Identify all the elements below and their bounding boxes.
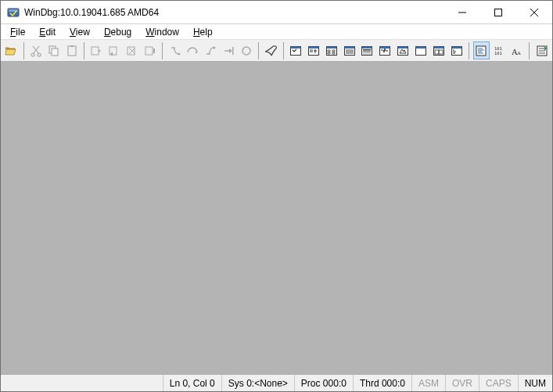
- menu-help[interactable]: Help: [187, 25, 219, 39]
- svg-rect-16: [153, 49, 155, 53]
- svg-rect-20: [291, 46, 301, 49]
- status-line-col: Ln 0, Col 0: [163, 375, 222, 391]
- app-window: WinDbg:10.0.19041.685 AMD64 File Edit Vi…: [0, 0, 553, 392]
- locals-window-button[interactable]: [306, 41, 322, 59]
- restart-icon: [108, 45, 120, 57]
- watch-window-icon: [289, 45, 302, 57]
- font-button[interactable]: A A: [508, 41, 525, 59]
- step-into-icon: [169, 45, 181, 57]
- svg-rect-30: [363, 51, 371, 52]
- processes-threads-window-icon: [415, 45, 427, 57]
- svg-rect-13: [110, 47, 117, 55]
- svg-rect-44: [476, 46, 486, 56]
- window-title: WinDbg:10.0.19041.685 AMD64: [24, 7, 159, 18]
- toolbar-separator: [258, 42, 259, 59]
- toolbar-separator: [23, 42, 24, 59]
- open-file-button[interactable]: [3, 41, 20, 59]
- toolbar: 101 101 A A: [1, 40, 552, 62]
- svg-rect-17: [232, 47, 234, 55]
- command-window-button[interactable]: [263, 41, 279, 59]
- svg-rect-26: [344, 46, 354, 49]
- svg-rect-39: [433, 46, 443, 49]
- svg-rect-37: [415, 46, 426, 49]
- break-button: [142, 41, 158, 59]
- status-num: NUM: [519, 375, 552, 391]
- stop-icon: [126, 45, 138, 57]
- step-over-button: [185, 41, 201, 59]
- paste-button: [63, 41, 80, 59]
- command-browser-button[interactable]: [430, 41, 447, 59]
- copy-icon: [48, 45, 60, 57]
- svg-rect-29: [363, 49, 371, 51]
- maximize-button[interactable]: [480, 1, 516, 24]
- toggle-breakpoint-button: [238, 41, 254, 59]
- toolbar-separator: [162, 42, 163, 59]
- options-button[interactable]: [533, 41, 550, 59]
- menu-file[interactable]: File: [4, 25, 31, 39]
- step-out-icon: [204, 45, 217, 57]
- status-asm: ASM: [412, 375, 446, 391]
- font-icon: A A: [511, 45, 523, 57]
- status-proc[interactable]: Proc 000:0: [295, 375, 354, 391]
- menu-edit[interactable]: Edit: [33, 25, 62, 39]
- call-stack-window-icon: [361, 45, 373, 57]
- svg-rect-9: [52, 49, 58, 56]
- command-window-icon: [265, 45, 278, 57]
- mdi-client-area: [1, 62, 552, 374]
- status-caps: CAPS: [479, 375, 519, 391]
- svg-rect-31: [363, 53, 371, 55]
- minimize-button[interactable]: [444, 1, 480, 24]
- go-button: [88, 41, 105, 59]
- svg-rect-12: [92, 47, 99, 55]
- run-to-cursor-icon: [222, 45, 235, 57]
- binary-button[interactable]: 101 101: [491, 41, 508, 59]
- status-stretch: [1, 375, 163, 391]
- open-file-icon: [5, 45, 17, 57]
- restart-button: [106, 41, 123, 59]
- menu-view[interactable]: View: [63, 25, 96, 39]
- memory-window-icon: [343, 45, 356, 57]
- svg-rect-24: [326, 46, 336, 49]
- window-icon: [451, 45, 463, 57]
- command-browser-icon: [433, 45, 445, 57]
- menu-window[interactable]: Window: [139, 25, 185, 39]
- status-sys[interactable]: Sys 0:<None>: [222, 375, 295, 391]
- step-into-button: [167, 41, 183, 59]
- svg-rect-35: [398, 46, 408, 49]
- disassembly-window-icon: [379, 45, 391, 57]
- call-stack-window-button[interactable]: [359, 41, 375, 59]
- binary-icon: 101 101: [493, 45, 505, 57]
- svg-text:101: 101: [494, 51, 502, 56]
- svg-rect-11: [70, 45, 74, 47]
- disassembly-window-button[interactable]: [377, 41, 393, 59]
- svg-rect-15: [145, 47, 153, 55]
- app-icon: [7, 6, 20, 19]
- processes-threads-button[interactable]: [413, 41, 429, 59]
- break-icon: [144, 45, 156, 57]
- svg-rect-43: [451, 46, 461, 49]
- svg-rect-22: [309, 46, 319, 49]
- registers-window-button[interactable]: [323, 41, 339, 59]
- svg-rect-28: [362, 46, 372, 49]
- watch-window-button[interactable]: [288, 41, 304, 59]
- scratch-pad-button[interactable]: [395, 41, 411, 59]
- status-ovr: OVR: [446, 375, 479, 391]
- stop-button: [124, 41, 141, 59]
- memory-window-button[interactable]: [341, 41, 357, 59]
- toolbar-separator: [283, 42, 284, 59]
- toolbar-separator: [469, 42, 469, 59]
- source-mode-icon: [475, 45, 487, 57]
- svg-point-18: [242, 47, 250, 55]
- titlebar: WinDbg:10.0.19041.685 AMD64: [1, 1, 552, 24]
- extra-window-button[interactable]: [448, 41, 465, 59]
- source-mode-button[interactable]: [473, 41, 490, 59]
- go-icon: [90, 45, 102, 57]
- menu-debug[interactable]: Debug: [98, 25, 138, 39]
- statusbar: Ln 0, Col 0 Sys 0:<None> Proc 000:0 Thrd…: [1, 374, 552, 391]
- cut-button: [28, 41, 45, 59]
- toolbar-separator: [84, 42, 84, 59]
- toolbar-separator: [529, 42, 530, 59]
- status-thrd[interactable]: Thrd 000:0: [354, 375, 412, 391]
- close-button[interactable]: [516, 1, 552, 24]
- menubar: File Edit View Debug Window Help: [1, 24, 552, 40]
